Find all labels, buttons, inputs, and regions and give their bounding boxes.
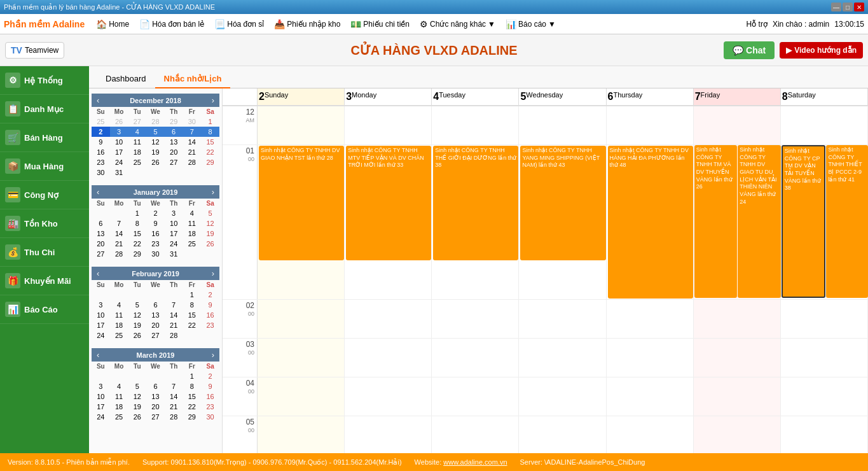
day-cell-3-0[interactable] (258, 339, 345, 377)
day-cell-5-4[interactable] (607, 416, 694, 453)
sidebar-item-ban-hang[interactable]: 🛒 Bán Hàng (0, 123, 89, 152)
sidebar-label-ban-hang: Bán Hàng (24, 133, 63, 143)
close-button[interactable]: ✕ (854, 3, 864, 11)
thu-chi-icon: 💰 (5, 244, 20, 260)
video-button[interactable]: ▶ Video hướng dẫn (780, 42, 863, 59)
day-cell-4-0[interactable] (258, 377, 345, 416)
event-sat-1-highlight[interactable]: Sinh nhật CÔNG TY CP TM DV VẬN TẢI TUYẾN… (782, 145, 826, 298)
menu-hoa-don-si[interactable]: 📃 Hóa đơn sỉ (210, 18, 268, 31)
day-cell-2-1[interactable] (345, 300, 432, 338)
day-cell-1-1[interactable]: Sinh nhật CÔNG TY TNHH MTV TIẾP VẬN VÀ D… (345, 145, 432, 299)
day-cell-2-6[interactable] (781, 300, 868, 338)
day-cell-3-2[interactable] (432, 339, 519, 377)
menu-bao-cao[interactable]: 📊 Báo cáo ▼ (502, 18, 560, 31)
event-tue[interactable]: Sinh nhật CÔNG TY TNHH THẾ GIỚI ĐẠI DƯƠN… (433, 146, 518, 260)
sidebar-item-ton-kho[interactable]: 🏭 Tồn Kho (0, 209, 89, 238)
prev-month-mar[interactable]: ‹ (95, 350, 100, 360)
tab-dashboard[interactable]: Dashboard (97, 70, 155, 88)
hour-label-3: 0300 (223, 339, 258, 377)
prev-month-jan[interactable]: ‹ (95, 187, 100, 197)
day-cell-0-1[interactable] (345, 106, 432, 144)
day-cell-2-2[interactable] (432, 300, 519, 338)
day-cell-1-2[interactable]: Sinh nhật CÔNG TY TNHH THẾ GIỚI ĐẠI DƯƠN… (432, 145, 519, 299)
day-cell-0-3[interactable] (519, 106, 606, 144)
prev-month-dec[interactable]: ‹ (95, 95, 100, 105)
day-cell-5-5[interactable] (694, 416, 781, 453)
header: TV Teamview CỬA HÀNG VLXD ADALINE 💬 Chat… (0, 34, 868, 66)
sidebar-item-bao-cao[interactable]: 📊 Báo Cáo (0, 295, 89, 324)
day-cell-1-3[interactable]: Sinh nhật CÔNG TY TNHH YANG MING SHIPPIN… (519, 145, 606, 299)
user-greeting: Xin chào : admin (773, 20, 829, 29)
day-cell-4-2[interactable] (432, 377, 519, 416)
day-cell-4-3[interactable] (519, 377, 606, 416)
event-thu[interactable]: Sinh nhật CÔNG TY TNHH DV HÀNG HẢI ĐA PH… (608, 146, 693, 299)
day-cell-3-5[interactable] (694, 339, 781, 377)
next-month-jan[interactable]: › (210, 187, 216, 197)
day-cell-2-4[interactable] (607, 300, 694, 338)
day-cell-5-1[interactable] (345, 416, 432, 453)
sidebar-item-mua-hang[interactable]: 📦 Mua Hàng (0, 152, 89, 181)
day-cell-1-6[interactable]: Sinh nhật CÔNG TY CP TM DV VẬN TẢI TUYẾN… (781, 145, 868, 299)
chat-button[interactable]: 💬 Chat (724, 41, 775, 59)
day-cell-4-1[interactable] (345, 377, 432, 416)
day-cell-5-0[interactable] (258, 416, 345, 453)
day-cell-1-5[interactable]: Sinh nhật CÔNG TY TNHH TM VÀ DV THUYỀN V… (694, 145, 781, 299)
mini-cal-feb-2019: ‹ February 2019 › SuMoTuWeThFrSa 12 3456… (92, 267, 219, 341)
day-cell-2-3[interactable] (519, 300, 606, 338)
day-cell-0-6[interactable] (781, 106, 868, 144)
day-cell-3-4[interactable] (607, 339, 694, 377)
day-cell-5-6[interactable] (781, 416, 868, 453)
prev-month-feb[interactable]: ‹ (95, 269, 100, 278)
sidebar-item-he-thong[interactable]: ⚙ Hệ Thống (0, 66, 89, 95)
tab-nhac-nho[interactable]: Nhắc nhở/Lịch (155, 70, 231, 88)
day-cell-2-5[interactable] (694, 300, 781, 338)
hour-row-4: 0400 (223, 377, 868, 416)
day-cell-4-4[interactable] (607, 377, 694, 416)
hour-label-1: 0100 (223, 145, 258, 299)
menu-home[interactable]: 🏠 Home (92, 18, 133, 31)
event-mon[interactable]: Sinh nhật CÔNG TY TNHH MTV TIẾP VẬN VÀ D… (346, 146, 431, 260)
title-text: Phần mềm quản lý bán hàng Adaline - CỬA … (4, 3, 215, 11)
event-wed[interactable]: Sinh nhật CÔNG TY TNHH YANG MING SHIPPIN… (520, 146, 605, 260)
teamviewer-icon: TV (11, 45, 22, 55)
menu-chuc-nang-khac[interactable]: ⚙ Chức năng khác ▼ (416, 18, 499, 31)
sidebar-item-danh-muc[interactable]: 📋 Danh Mục (0, 95, 89, 123)
next-month-feb[interactable]: › (210, 269, 216, 278)
day-cell-3-1[interactable] (345, 339, 432, 377)
day-cell-3-6[interactable] (781, 339, 868, 377)
menu-phieu-chi-tien[interactable]: 💵 Phiếu chi tiền (347, 18, 413, 31)
sidebar-item-khuyen-mai[interactable]: 🎁 Khuyến Mãi (0, 267, 89, 295)
website-link[interactable]: www.adaline.com.vn (443, 458, 507, 466)
minimize-button[interactable]: — (831, 3, 841, 11)
day-cell-5-3[interactable] (519, 416, 606, 453)
invoice-icon: 📄 (139, 19, 150, 29)
sidebar-item-cong-no[interactable]: 💳 Công Nợ (0, 181, 89, 209)
day-cell-5-2[interactable] (432, 416, 519, 453)
day-cell-0-4[interactable] (607, 106, 694, 144)
day-cell-1-0[interactable]: Sinh nhật CÔNG TY TNHH DV GIAO NHẬN TST … (258, 145, 345, 299)
day-cell-4-5[interactable] (694, 377, 781, 416)
next-month-mar[interactable]: › (210, 350, 216, 360)
day-cell-3-3[interactable] (519, 339, 606, 377)
day-cell-1-4[interactable]: Sinh nhật CÔNG TY TNHH DV HÀNG HẢI ĐA PH… (607, 145, 694, 299)
day-cell-0-2[interactable] (432, 106, 519, 144)
next-month-dec[interactable]: › (210, 95, 216, 105)
event-fri-2[interactable]: Sinh nhật CÔNG TY TNHH DV GIAO TU DU LỊC… (738, 145, 781, 298)
hour-row-2: 0200 (223, 300, 868, 339)
day-cell-4-6[interactable] (781, 377, 868, 416)
teamviewer-button[interactable]: TV Teamview (5, 42, 64, 59)
invoice-si-icon: 📃 (214, 19, 225, 29)
maximize-button[interactable]: □ (843, 3, 853, 11)
import-icon: 📥 (274, 19, 285, 29)
day-cell-0-0[interactable] (258, 106, 345, 144)
day-cell-2-0[interactable] (258, 300, 345, 338)
event-sun[interactable]: Sinh nhật CÔNG TY TNHH DV GIAO NHẬN TST … (259, 146, 344, 260)
ho-tro-label: Hỗ trợ (747, 20, 768, 29)
event-fri-1[interactable]: Sinh nhật CÔNG TY TNHH TM VÀ DV THUYỀN V… (694, 145, 738, 298)
event-sat-2[interactable]: Sinh nhật CÔNG TY TNHH THIẾT BỊ PCCC 2-9… (826, 145, 868, 298)
menu-hoa-don-ban-le[interactable]: 📄 Hóa đơn bán lẻ (135, 18, 208, 31)
sidebar-item-thu-chi[interactable]: 💰 Thu Chi (0, 238, 89, 267)
main-area: ⚙ Hệ Thống 📋 Danh Mục 🛒 Bán Hàng 📦 Mua H… (0, 66, 868, 453)
menu-phieu-nhap-kho[interactable]: 📥 Phiếu nhập kho (270, 18, 344, 31)
day-cell-0-5[interactable] (694, 106, 781, 144)
